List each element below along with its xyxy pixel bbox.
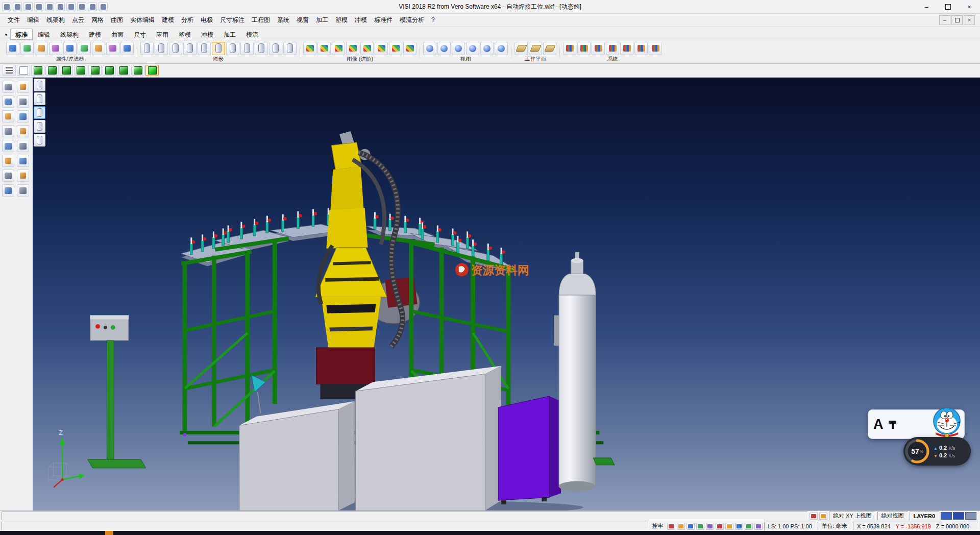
iso-se-view-icon[interactable] [31,65,44,76]
tab-flow[interactable]: 模流 [241,29,263,40]
menu-surface[interactable]: 曲面 [107,14,127,26]
wireframe-mode-icon[interactable] [155,42,168,55]
fillet-icon[interactable] [2,155,14,167]
net-speed-monitor[interactable]: A [864,407,971,471]
menu-drafting[interactable]: 工程图 [248,14,274,26]
scissors-icon[interactable] [17,81,29,93]
refresh-view-icon[interactable] [140,42,154,55]
shadows-icon[interactable] [360,42,374,55]
magnet-filter-icon[interactable] [78,42,91,55]
trim-icon[interactable] [2,140,14,152]
layer-color-chip[interactable] [965,512,976,520]
menu-help[interactable]: ? [428,15,438,25]
gas-cylinder[interactable] [554,252,596,492]
advanced-render-icon[interactable] [303,42,316,55]
stereo-glasses-icon[interactable] [317,42,331,55]
iso-ne-view-icon[interactable] [60,65,73,76]
snowflake-icon[interactable] [716,523,724,530]
mdi-close-button[interactable]: × [964,15,975,25]
layer-color-chip[interactable] [941,512,952,520]
copy-icon[interactable] [17,95,29,108]
mdi-minimize-button[interactable]: – [939,15,950,25]
minimize-button[interactable]: – [916,1,937,13]
top-view-icon[interactable] [117,65,130,76]
plot-icon[interactable] [56,2,65,11]
extend-icon[interactable] [17,140,29,152]
menu-window[interactable]: 视窗 [293,14,312,26]
previous-view-icon[interactable] [480,42,494,55]
globe-icon[interactable] [592,42,605,55]
tab-application[interactable]: 应用 [151,29,174,40]
chamfer-icon[interactable] [17,155,29,167]
group-icon[interactable] [2,184,14,197]
tab-progress[interactable]: 冲模 [196,29,218,40]
iso-sw-view-icon[interactable] [45,65,59,76]
picture-icon[interactable] [677,523,685,530]
back-view-icon[interactable] [131,65,144,76]
system-monitor-icon[interactable] [577,42,591,55]
view-manager-icon[interactable] [495,42,508,55]
explode-icon[interactable] [17,184,29,197]
tab-wireframe[interactable]: 线架构 [55,29,84,40]
material-edit-icon[interactable] [332,42,345,55]
text-icon[interactable] [17,169,29,182]
iso-nw-view-icon[interactable] [74,65,87,76]
menu-dimension[interactable]: 尺寸标注 [216,14,248,26]
os-taskbar-sliver[interactable] [0,531,980,535]
quick-edit-icon[interactable] [92,42,105,55]
open-folder-icon[interactable] [23,2,33,11]
zoom-find-icon[interactable] [810,513,818,520]
save-icon[interactable] [34,2,43,11]
welding-robot[interactable] [315,131,387,399]
zoom-window-icon[interactable] [437,42,451,55]
lock-label[interactable]: 拴牢 [650,522,666,530]
mdi-restore-button[interactable] [951,15,963,25]
new-doc-icon[interactable] [13,2,22,11]
close-button[interactable]: × [959,1,980,13]
swap-items-icon[interactable] [35,42,48,55]
tab-options-dropdown-icon[interactable]: ▼ [2,30,10,40]
plan-view-icon[interactable] [17,65,30,76]
tab-standard[interactable]: 标准 [10,29,33,40]
viewport-3d[interactable]: 资源资料网 Z [33,78,980,510]
tab-modeling[interactable]: 建模 [84,29,106,40]
front-view-icon[interactable] [88,65,102,76]
snap-settings-icon[interactable] [620,42,633,55]
menu-machining[interactable]: 加工 [312,14,332,26]
view-mode-field[interactable]: 绝对 XY 上视图 [829,512,876,520]
menu-mould[interactable]: 塑模 [332,14,351,26]
taskbar-app-indicator[interactable] [105,531,113,535]
undo-icon[interactable] [77,2,86,11]
menu-system[interactable]: 系统 [274,14,293,26]
active-layer-field[interactable]: LAYER0 [910,512,939,520]
settings-grid-icon[interactable] [606,42,619,55]
tab-mould[interactable]: 塑模 [174,29,196,40]
offset-icon[interactable] [2,125,14,137]
color-palette-icon[interactable] [563,42,576,55]
menu-standard-parts[interactable]: 标准件 [371,14,396,26]
section-view-icon[interactable] [269,42,282,55]
tab-machining[interactable]: 加工 [218,29,241,40]
background-icon[interactable] [389,42,402,55]
shaded-mode-icon[interactable] [183,42,197,55]
teal-marker[interactable] [252,375,266,414]
menu-wireframe[interactable]: 线架构 [43,14,68,26]
menu-pointcloud[interactable]: 点云 [68,14,88,26]
cad-plane-icon[interactable] [649,42,662,55]
workplane-standard-icon[interactable] [514,42,528,55]
view-reference-field[interactable]: 绝对视图 [877,512,908,520]
menu-analysis[interactable]: 分析 [178,14,197,26]
tab-edit[interactable]: 编辑 [33,29,55,40]
view-menu-icon[interactable] [3,65,16,76]
move-items-icon[interactable] [49,42,62,55]
highlight-mode-icon[interactable] [226,42,239,55]
menu-progress[interactable]: 冲模 [351,14,371,26]
pencil-icon[interactable] [696,523,704,530]
menu-file[interactable]: 文件 [4,14,23,26]
attributes-icon[interactable] [6,42,19,55]
equipment-cabinet-center[interactable] [356,366,501,510]
layer-color-chip[interactable] [953,512,964,520]
print-preview-icon[interactable] [20,42,34,55]
control-pedestal[interactable] [88,315,146,468]
matrix-icon[interactable] [634,42,648,55]
